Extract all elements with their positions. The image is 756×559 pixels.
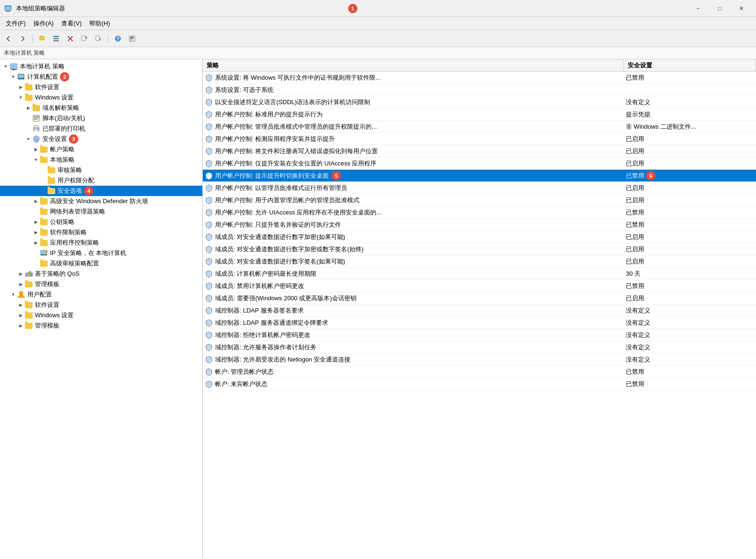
tree-item-local-policy[interactable]: ▼ 本地计算机 策略 — [0, 61, 202, 72]
tree-item-audit-policy[interactable]: ▶ 审核策略 — [0, 165, 202, 175]
policy-name: 域成员: 对安全通道数据进行数字签名(如果可能) — [203, 257, 624, 266]
minimize-button[interactable]: − — [687, 1, 709, 16]
icon-software-settings-u — [25, 301, 33, 309]
expander-windows-settings-u: ▶ — [17, 312, 25, 319]
tree-item-admin-templates-u[interactable]: ▶ 管理模板 — [0, 321, 202, 331]
list-item[interactable]: 域成员: 对安全通道数据进行数字签名(如果可能) 已启用 — [203, 255, 756, 268]
tree-item-qos[interactable]: ▶ 基于策略的 QoS — [0, 269, 202, 279]
svg-rect-13 — [130, 37, 134, 38]
svg-rect-17 — [11, 65, 17, 68]
tree-item-defender-fw[interactable]: ▶ 高级安全 Windows Defender 防火墙 — [0, 196, 202, 206]
help-button[interactable]: ? — [111, 32, 125, 45]
tree-item-software-restriction[interactable]: ▶ 软件限制策略 — [0, 227, 202, 238]
header-security[interactable]: 安全设置 — [624, 59, 756, 71]
list-item[interactable]: 用户帐户控制: 以管理员批准模式运行所有管理员 已启用 — [203, 182, 756, 194]
import-button[interactable] — [92, 32, 105, 45]
tree-item-computer-config[interactable]: ▼ 计算机配置 2 — [0, 72, 202, 82]
security-text: 已禁用 — [626, 221, 644, 229]
svg-rect-30 — [34, 125, 38, 128]
tree-item-account-policy[interactable]: ▶ 帐户策略 — [0, 144, 202, 155]
tree-item-public-key[interactable]: ▶ 公钥策略 — [0, 217, 202, 227]
menu-help[interactable]: 帮助(H) — [85, 18, 114, 29]
security-text: 已禁用 — [626, 74, 644, 82]
list-item[interactable]: 用户帐户控制: 标准用户的提升提示行为 提示凭据 — [203, 108, 756, 121]
close-button[interactable]: ✕ — [731, 1, 752, 16]
policy-text: 域控制器: 允许服务器操作者计划任务 — [215, 343, 316, 352]
list-item[interactable]: 域控制器: 允许易受攻击的 Netlogon 安全通道连接 没有定义 — [203, 353, 756, 366]
tree-item-security-settings[interactable]: ▼ 安全设置 3 — [0, 134, 202, 144]
tree-item-admin-templates-c[interactable]: ▶ 管理模板 — [0, 279, 202, 289]
list-item[interactable]: 域控制器: LDAP 服务器通道绑定令牌要求 没有定义 — [203, 317, 756, 329]
tree-item-windows-settings-u[interactable]: ▶ Windows 设置 — [0, 310, 202, 321]
tree-item-network-list[interactable]: ▶ 网络列表管理器策略 — [0, 206, 202, 217]
svg-point-41 — [19, 291, 23, 295]
list-view-button[interactable] — [50, 32, 63, 45]
list-item[interactable]: 域控制器: 拒绝计算机帐户密码更改 没有定义 — [203, 329, 756, 341]
header-policy[interactable]: 策略 — [203, 59, 624, 71]
list-item[interactable]: 用户帐户控制: 将文件和注册表写入错误虚拟化到每用户位置 已启用 — [203, 145, 756, 157]
tree-item-advanced-audit[interactable]: ▶ 高级审核策略配置 — [0, 258, 202, 269]
list-item[interactable]: 用户帐户控制: 用于内置管理员帐户的管理员批准模式 已启用 — [203, 194, 756, 206]
badge-security-settings: 3 — [69, 134, 78, 144]
list-item[interactable]: 域成员: 计算机帐户密码最长使用期限 30 天 — [203, 268, 756, 280]
list-item[interactable]: 域成员: 禁用计算机帐户密码更改 已禁用 — [203, 280, 756, 292]
policy-text: 用户帐户控制: 用于内置管理员帐户的管理员批准模式 — [215, 196, 359, 205]
security-value: 已禁用 — [624, 221, 756, 229]
icon-admin-templates-c — [25, 280, 33, 288]
tree-item-security-options[interactable]: ▶ 安全选项 4 — [0, 186, 202, 196]
policy-text: 域成员: 对安全通道数据进行数字签名(如果可能) — [215, 257, 345, 266]
list-item[interactable]: 用户帐户控制: 管理员批准模式中管理员的提升权限提示的... 非 Windows… — [203, 121, 756, 133]
tree-item-windows-settings[interactable]: ▼ Windows 设置 — [0, 92, 202, 103]
tree-item-software-settings-u[interactable]: ▶ 软件设置 — [0, 300, 202, 310]
tree-item-app-control[interactable]: ▶ 应用程序控制策略 — [0, 238, 202, 248]
list-item[interactable]: 系统设置: 可选子系统 — [203, 84, 756, 96]
list-item[interactable]: 域成员: 需要强(Windows 2000 或更高版本)会话密钥 已启用 — [203, 292, 756, 304]
policy-icon — [205, 355, 213, 364]
policy-text: 域控制器: LDAP 服务器通道绑定令牌要求 — [215, 319, 328, 327]
menu-file[interactable]: 文件(F) — [2, 18, 30, 29]
expander-security-settings: ▼ — [25, 135, 32, 143]
menu-view[interactable]: 查看(V) — [58, 18, 85, 29]
menu-action[interactable]: 操作(A) — [30, 18, 58, 29]
svg-rect-38 — [27, 272, 29, 277]
list-item[interactable]: 用户帐户控制: 仅提升安装在安全位置的 UIAccess 应用程序 已启用 — [203, 157, 756, 170]
list-item[interactable]: 域控制器: 允许服务器操作者计划任务 没有定义 — [203, 341, 756, 353]
list-item[interactable]: 帐户: 管理员帐户状态 已禁用 — [203, 366, 756, 378]
policy-icon — [205, 294, 213, 303]
badge-security-options: 4 — [84, 186, 93, 196]
maximize-button[interactable]: □ — [709, 1, 731, 16]
list-item[interactable]: 系统设置: 将 Windows 可执行文件中的证书规则用于软件限... 已禁用 — [203, 72, 756, 84]
export-button[interactable] — [78, 32, 91, 45]
tree-item-ip-security[interactable]: ▶ IP 安全策略，在 本地计算机 — [0, 248, 202, 258]
tree-item-user-rights[interactable]: ▶ 用户权限分配 — [0, 175, 202, 186]
label-qos: 基于策略的 QoS — [35, 270, 80, 278]
svg-rect-2 — [5, 7, 11, 10]
security-value: 已启用 — [624, 159, 756, 168]
list-item[interactable]: 用户帐户控制: 检测应用程序安装并提示提升 已启用 — [203, 133, 756, 145]
policy-text: 系统设置: 可选子系统 — [215, 86, 274, 94]
delete-button[interactable] — [64, 32, 77, 45]
list-item[interactable]: 用户帐户控制: 提示提升时切换到安全桌面 5 已禁用 6 — [203, 170, 756, 182]
list-item[interactable]: 域控制器: LDAP 服务器签名要求 没有定义 — [203, 304, 756, 317]
icon-local-policy — [9, 62, 18, 71]
tree-item-local-policy-node[interactable]: ▼ 本地策略 — [0, 155, 202, 165]
tree-item-user-config[interactable]: ▼ 用户配置 — [0, 289, 202, 300]
tree-item-scripts[interactable]: ▶ 脚本(启动/关机) — [0, 113, 202, 123]
list-item[interactable]: 域成员: 对安全通道数据进行数字加密(如果可能) 已启用 — [203, 231, 756, 243]
list-item[interactable]: 用户帐户控制: 只提升签名并验证的可执行文件 已禁用 — [203, 219, 756, 231]
tree-item-printers[interactable]: ▶ 已部署的打印机 — [0, 123, 202, 134]
list-item[interactable]: 以安全描述符定义语言(SDDL)语法表示的计算机访问限制 没有定义 — [203, 96, 756, 108]
security-value: 已启用 — [624, 257, 756, 266]
list-item[interactable]: 帐户: 来宾帐户状态 已禁用 — [203, 378, 756, 390]
policy-icon — [205, 147, 213, 156]
list-item[interactable]: 用户帐户控制: 允许 UIAccess 应用程序在不使用安全桌面的... 已禁用 — [203, 206, 756, 219]
security-value: 已禁用 6 — [624, 171, 756, 181]
properties-button[interactable] — [125, 32, 139, 45]
up-button[interactable] — [35, 32, 49, 45]
tree-item-software-settings[interactable]: ▶ 软件设置 — [0, 82, 202, 92]
tree-item-dns-policy[interactable]: ▶ 域名解析策略 — [0, 103, 202, 113]
policy-text: 系统设置: 将 Windows 可执行文件中的证书规则用于软件限... — [215, 74, 381, 82]
list-item[interactable]: 域成员: 对安全通道数据进行数字加密或数字签名(始终) 已启用 — [203, 243, 756, 255]
back-button[interactable] — [2, 32, 15, 45]
forward-button[interactable] — [16, 32, 29, 45]
